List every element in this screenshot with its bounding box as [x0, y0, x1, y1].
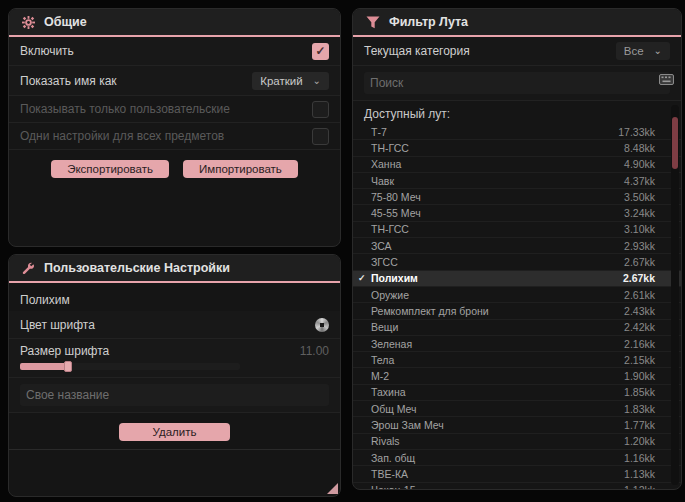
- loot-item-value: 1.85kk: [624, 386, 655, 398]
- general-titlebar[interactable]: Общие: [9, 9, 340, 35]
- loot-item-value: 1.20kk: [624, 435, 655, 447]
- loot-item-row[interactable]: ✓ Оружие 2.61kk: [353, 287, 681, 303]
- loot-item-value: 3.24kk: [624, 207, 655, 219]
- loot-item-name: ТН-ГСС: [371, 223, 409, 235]
- loot-item-value: 2.93kk: [624, 240, 655, 252]
- loot-item-row[interactable]: ✓ 45-55 Меч 3.24kk: [353, 205, 681, 221]
- loot-item-name: Вещи: [371, 321, 398, 333]
- font-size-row: Размер шрифта 11.00: [9, 339, 340, 378]
- loot-item-row[interactable]: ✓ ТВЕ-КА 1.13kk: [353, 466, 681, 482]
- show-name-label: Показать имя как: [20, 74, 117, 88]
- available-loot-label: Доступный лут:: [353, 101, 681, 124]
- loot-item-name: Тахина: [371, 386, 406, 398]
- loot-item-name: Ханна: [371, 158, 401, 170]
- loot-item-value: 2.61kk: [624, 289, 655, 301]
- custom-name-row: [9, 378, 340, 413]
- show-name-combo[interactable]: Краткий ⌄: [252, 72, 329, 90]
- loot-item-value: 17.33kk: [618, 126, 655, 138]
- scrollbar-grab[interactable]: [672, 117, 678, 169]
- general-window: Общие Включить ✓ Показать имя как Кратки…: [8, 8, 341, 247]
- slider-grab[interactable]: [64, 361, 72, 372]
- font-color-label: Цвет шрифта: [20, 318, 95, 332]
- loot-item-value: 1.90kk: [624, 370, 655, 382]
- loot-item-value: 2.67kk: [624, 256, 655, 268]
- funnel-icon: [366, 16, 380, 29]
- loot-item-name: 75-80 Меч: [371, 191, 421, 203]
- loot-item-value: 4.90kk: [624, 158, 655, 170]
- loot-item-value: 1.16kk: [624, 452, 655, 464]
- font-size-label: Размер шрифта: [20, 344, 109, 358]
- search-input[interactable]: [364, 72, 670, 94]
- color-wheel-icon[interactable]: [315, 318, 329, 332]
- loot-item-row[interactable]: ✓ ЗГСС 2.67kk: [353, 254, 681, 270]
- loot-item-value: 4.37kk: [624, 175, 655, 187]
- loot-item-row[interactable]: ✓ Вещи 2.42kk: [353, 320, 681, 336]
- loot-item-name: ЗСА: [371, 240, 392, 252]
- same-settings-label: Одни настройки для всех предметов: [20, 129, 224, 143]
- loot-item-row[interactable]: ✓ Общ Меч 1.83kk: [353, 401, 681, 417]
- chevron-down-icon: ⌄: [654, 46, 662, 56]
- category-combo-value: Все: [624, 45, 644, 57]
- loot-item-row[interactable]: ✓ Ремкомплект для брони 2.43kk: [353, 303, 681, 319]
- loot-item-row[interactable]: ✓ М-2 1.90kk: [353, 368, 681, 384]
- chevron-down-icon: ⌄: [313, 76, 321, 86]
- loot-item-name: Чекан-15: [371, 484, 415, 490]
- loot-filter-titlebar[interactable]: Фильтр Лута: [353, 9, 681, 35]
- only-custom-checkbox[interactable]: [312, 101, 329, 118]
- delete-row: Удалить: [9, 413, 340, 441]
- export-button[interactable]: Экспортировать: [51, 160, 169, 178]
- selected-item-name: Полихим: [9, 283, 340, 311]
- scrollbar[interactable]: [671, 105, 679, 485]
- loot-item-row[interactable]: ✓ ТН-ГСС 8.48kk: [353, 140, 681, 156]
- loot-item-name: Полихим: [371, 272, 418, 284]
- loot-item-row[interactable]: ✓ Чавк 4.37kk: [353, 173, 681, 189]
- import-button[interactable]: Импортировать: [183, 160, 298, 178]
- loot-item-name: Общ Меч: [371, 403, 417, 415]
- divider: [9, 449, 340, 450]
- loot-item-row[interactable]: ✓ Эрош Зам Меч 1.77kk: [353, 417, 681, 433]
- loot-item-row[interactable]: ✓ Ханна 4.90kk: [353, 157, 681, 173]
- export-import-row: Экспортировать Импортировать: [9, 150, 340, 178]
- loot-item-row[interactable]: ✓ Тела 2.15kk: [353, 352, 681, 368]
- resize-grip[interactable]: [327, 483, 338, 494]
- loot-item-name: Тела: [371, 354, 394, 366]
- same-settings-checkbox[interactable]: [312, 128, 329, 145]
- loot-item-name: Чавк: [371, 175, 394, 187]
- loot-item-value: 1.13kk: [624, 468, 655, 480]
- loot-item-row[interactable]: ✓ Зап. общ 1.16kk: [353, 450, 681, 466]
- only-custom-label: Показывать только пользовательские: [20, 102, 230, 116]
- loot-item-row[interactable]: ✓ Зеленая 2.16kk: [353, 336, 681, 352]
- loot-item-value: 1.12kk: [624, 484, 655, 490]
- same-settings-row: Одни настройки для всех предметов: [9, 123, 340, 150]
- loot-item-name: ЗГСС: [371, 256, 398, 268]
- user-settings-title: Пользовательские Настройки: [44, 261, 230, 275]
- user-settings-titlebar[interactable]: Пользовательские Настройки: [9, 255, 340, 281]
- loot-item-row[interactable]: ✓ Т-7 17.33kk: [353, 124, 681, 140]
- keyboard-icon[interactable]: [659, 71, 674, 89]
- check-icon: ✓: [358, 273, 366, 283]
- category-row: Текущая категория Все ⌄: [353, 37, 681, 66]
- loot-item-name: Оружие: [371, 289, 409, 301]
- custom-name-input[interactable]: [20, 384, 329, 406]
- loot-item-name: Зеленая: [371, 338, 412, 350]
- loot-item-value: 2.15kk: [624, 354, 655, 366]
- loot-item-name: 45-55 Меч: [371, 207, 421, 219]
- enable-label: Включить: [20, 44, 74, 58]
- only-custom-row: Показывать только пользовательские: [9, 96, 340, 123]
- loot-item-value: 2.67kk: [623, 272, 655, 284]
- enable-checkbox[interactable]: ✓: [312, 43, 329, 60]
- loot-item-row[interactable]: ✓ ЗСА 2.93kk: [353, 238, 681, 254]
- loot-item-name: ТН-ГСС: [371, 142, 409, 154]
- show-name-row: Показать имя как Краткий ⌄: [9, 66, 340, 96]
- category-combo[interactable]: Все ⌄: [616, 42, 670, 60]
- font-size-slider[interactable]: [20, 363, 240, 370]
- loot-item-row[interactable]: ✓ 75-80 Меч 3.50kk: [353, 189, 681, 205]
- loot-item-name: Эрош Зам Меч: [371, 419, 444, 431]
- delete-button[interactable]: Удалить: [119, 423, 231, 441]
- loot-item-row[interactable]: ✓ Полихим 2.67kk: [353, 271, 681, 287]
- loot-list: ✓ Т-7 17.33kk ✓ ТН-ГСС 8.48kk ✓ Ханна 4.…: [353, 124, 681, 490]
- loot-item-row[interactable]: ✓ Rivals 1.20kk: [353, 434, 681, 450]
- loot-item-row[interactable]: ✓ ТН-ГСС 3.10kk: [353, 222, 681, 238]
- loot-item-row[interactable]: ✓ Чекан-15 1.12kk: [353, 483, 681, 490]
- loot-item-row[interactable]: ✓ Тахина 1.85kk: [353, 385, 681, 401]
